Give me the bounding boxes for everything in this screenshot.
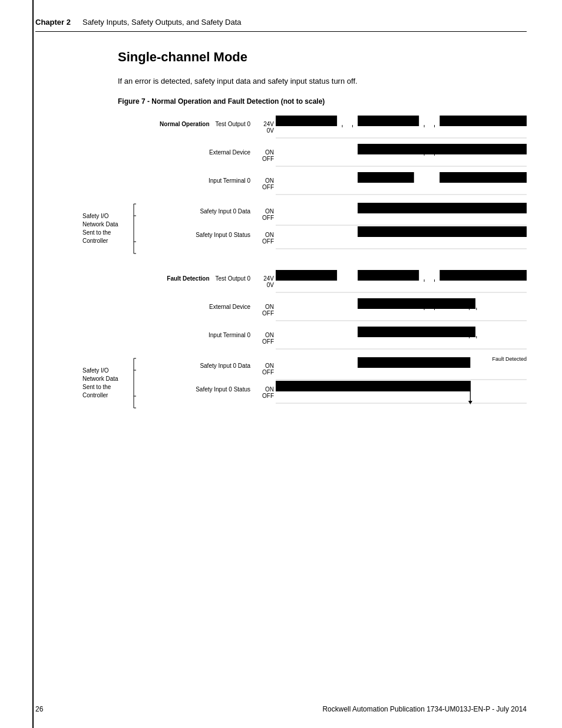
safety-data-fault-wave: Fault Detected <box>276 356 527 382</box>
normal-external-device: External Device ON OFF <box>82 143 527 169</box>
safety-status-label-normal: Safety Input 0 Status <box>196 232 250 238</box>
test-output-normal-wave <box>276 114 527 140</box>
fault-safety-io-group: Safety I/O Network Data Sent to the Cont… <box>82 356 527 410</box>
safety-status-fault-wave <box>276 380 527 406</box>
header-title: Safety Inputs, Safety Outputs, and Safet… <box>82 18 242 27</box>
fault-input-terminal-label: Input Terminal 0 <box>209 332 250 338</box>
normal-safety-io-group: Safety I/O Network Data Sent to the Cont… <box>82 202 527 256</box>
svg-rect-40 <box>358 327 475 337</box>
svg-rect-3 <box>337 116 358 126</box>
svg-rect-30 <box>419 270 439 281</box>
svg-rect-51 <box>276 381 470 391</box>
label-area: Normal Operation Test Output 0 <box>82 114 253 140</box>
test-output-fault-wave <box>276 269 527 295</box>
bracket-lines-normal <box>127 202 136 256</box>
page-number: 26 <box>35 705 43 713</box>
fault-external-device-label: External Device <box>209 304 250 310</box>
diagram: Normal Operation Test Output 0 24V 0V <box>82 114 527 410</box>
fault-safety-status: Safety Input 0 Status ON OFF <box>136 380 527 406</box>
svg-rect-24 <box>358 226 527 237</box>
fault-test-output-label: Test Output 0 <box>216 275 250 282</box>
svg-rect-34 <box>358 298 475 309</box>
input-terminal-fault-wave <box>276 325 527 351</box>
fault-input-terminal: Input Terminal 0 ON OFF <box>82 325 527 351</box>
svg-rect-2 <box>439 116 527 126</box>
svg-rect-4 <box>419 116 439 126</box>
external-device-label: External Device <box>209 149 250 156</box>
bracket-lines-fault <box>127 356 136 410</box>
safety-io-outer-label-fault: Safety I/O Network Data Sent to the Cont… <box>82 356 127 410</box>
svg-rect-15 <box>439 172 527 183</box>
svg-rect-27 <box>358 270 419 281</box>
fault-detection-label: Fault Detection <box>167 275 209 282</box>
safety-status-label-fault: Safety Input 0 Status <box>196 386 250 393</box>
fault-test-output: Fault Detection Test Output 0 24V 0V <box>82 269 527 295</box>
normal-input-terminal: Input Terminal 0 ON OFF <box>82 171 527 197</box>
fault-safety-data: Safety Input 0 Data ON OFF <box>136 356 527 382</box>
normal-test-output: Normal Operation Test Output 0 24V 0V <box>82 114 527 140</box>
normal-op-label: Normal Operation <box>160 121 209 127</box>
external-device-normal-wave <box>276 143 527 169</box>
normal-safety-data: Safety Input 0 Data ON OFF <box>136 202 527 228</box>
svg-rect-10 <box>358 144 527 154</box>
svg-rect-28 <box>439 270 527 281</box>
external-device-fault-wave <box>276 297 527 323</box>
safety-data-normal-wave <box>276 202 527 228</box>
svg-rect-29 <box>337 270 358 281</box>
input-terminal-normal-wave <box>276 171 527 197</box>
svg-rect-26 <box>276 270 337 281</box>
page-title: Single-channel Mode <box>118 50 527 65</box>
page-container: Chapter 2 Safety Inputs, Safety Outputs,… <box>0 0 562 728</box>
safety-io-outer-label-normal: Safety I/O Network Data Sent to the Cont… <box>82 202 127 256</box>
svg-marker-53 <box>468 401 472 404</box>
normal-safety-status: Safety Input 0 Status ON OFF <box>136 225 527 251</box>
header: Chapter 2 Safety Inputs, Safety Outputs,… <box>35 18 527 32</box>
intro-text: If an error is detected, safety input da… <box>118 77 527 85</box>
safety-data-label-fault: Safety Input 0 Data <box>200 363 250 369</box>
footer: 26 Rockwell Automation Publication 1734-… <box>35 705 527 713</box>
figure-caption: Figure 7 - Normal Operation and Fault De… <box>118 97 527 106</box>
svg-rect-0 <box>276 116 337 126</box>
safety-status-normal-wave <box>276 225 527 251</box>
svg-rect-14 <box>358 172 414 183</box>
test-output-label: Test Output 0 <box>216 121 250 127</box>
fault-detected-label: Fault Detected <box>492 356 527 362</box>
safety-data-label-normal: Safety Input 0 Data <box>200 208 250 215</box>
chapter-label: Chapter 2 <box>35 18 71 27</box>
svg-rect-1 <box>358 116 419 126</box>
svg-rect-49 <box>358 357 470 368</box>
fault-external-device: External Device ON OFF <box>82 297 527 323</box>
svg-rect-22 <box>358 203 527 213</box>
left-rule <box>32 0 34 728</box>
input-terminal-label: Input Terminal 0 <box>209 177 250 184</box>
publication-info: Rockwell Automation Publication 1734-UM0… <box>322 705 527 713</box>
